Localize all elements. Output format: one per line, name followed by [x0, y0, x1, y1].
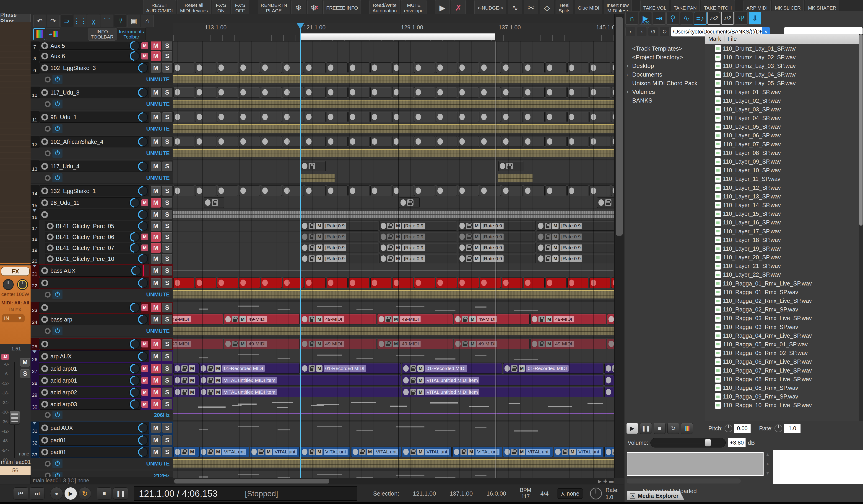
arrange-lane[interactable]: [173, 111, 614, 123]
media-item[interactable]: M[Rate:0.9: [458, 254, 536, 263]
track-number[interactable]: 33: [30, 446, 39, 458]
item-mute-button[interactable]: M: [215, 365, 221, 372]
item-lock-icon[interactable]: [181, 449, 188, 455]
mute-button[interactable]: M: [151, 364, 161, 374]
media-item[interactable]: M49-MIDI: [301, 339, 376, 349]
track-number[interactable]: 25: [30, 338, 39, 350]
file-row[interactable]: 110_Layer_06_SP.wav: [705, 131, 859, 140]
item-mute-icon[interactable]: [201, 389, 206, 395]
env-mode-button[interactable]: ⋏ none: [557, 488, 583, 499]
track-body[interactable]: pad AUX: [39, 422, 149, 434]
time-signature[interactable]: 4/4: [540, 490, 549, 497]
item-mute-icon[interactable]: [481, 280, 487, 286]
item-lock-icon[interactable]: [545, 223, 551, 229]
arrange-lane[interactable]: [173, 62, 614, 74]
media-item[interactable]: [414, 62, 435, 73]
item-mute-icon[interactable]: [459, 114, 465, 120]
item-mute-icon[interactable]: [251, 449, 257, 455]
item-mute-icon[interactable]: [459, 280, 465, 286]
item-lock-icon[interactable]: [545, 255, 551, 262]
pan-knob[interactable]: [129, 387, 140, 398]
item-mute-icon[interactable]: [197, 138, 202, 145]
track-row[interactable]: 32pad01MS: [30, 434, 173, 446]
track-row[interactable]: 1198_Udu_1MS: [30, 111, 173, 123]
item-mute-icon[interactable]: [455, 316, 461, 322]
envelope-arm-icon[interactable]: [45, 473, 51, 477]
track-row[interactable]: 25MMS: [30, 338, 173, 350]
insert-on-bar-icon[interactable]: ⇥: [653, 12, 665, 25]
envelope-row[interactable]: ⏻UNMUTE: [30, 99, 173, 110]
item-mute-icon[interactable]: [175, 114, 180, 120]
media-item[interactable]: M49-MIDI: [173, 339, 223, 349]
sidebar-item-banks[interactable]: BANKS: [624, 96, 705, 105]
arrange-lane[interactable]: [173, 209, 614, 221]
track-body[interactable]: Aux 5: [39, 42, 141, 50]
media-item[interactable]: [480, 112, 501, 122]
item-mute-icon[interactable]: [284, 188, 290, 194]
file-row[interactable]: 110_Layer_19_SP.wav: [705, 244, 859, 253]
media-item[interactable]: M[Rate:0.9: [458, 243, 536, 253]
track-number[interactable]: 27: [30, 363, 39, 375]
item-mute-icon[interactable]: [175, 377, 180, 384]
media-item[interactable]: [217, 277, 238, 288]
item-lock-icon[interactable]: [462, 341, 468, 347]
media-item[interactable]: [305, 87, 326, 98]
envelope-arm-icon[interactable]: [45, 77, 51, 82]
media-item[interactable]: [371, 185, 391, 196]
file-row[interactable]: 110_Layer_18_SP.wav: [705, 236, 859, 244]
media-item[interactable]: [349, 62, 370, 73]
media-item[interactable]: [217, 87, 238, 98]
file-row[interactable]: 110_Drumz_Lay_01_SP.wav: [705, 44, 859, 53]
media-item[interactable]: [458, 136, 479, 147]
arrange-lane[interactable]: M49-MIDIM49-MIDIM49-MIDIM49-MIDIM49-MIDI…: [173, 338, 614, 350]
item-mute-icon[interactable]: [525, 114, 530, 120]
file-row[interactable]: 110_Layer_04_SP.wav: [705, 114, 859, 122]
item-mute-icon[interactable]: [415, 114, 421, 120]
item-mute-icon[interactable]: [437, 188, 443, 194]
item-mute-icon[interactable]: [569, 89, 574, 95]
media-item[interactable]: MVITAL unt: [452, 447, 502, 457]
track-number[interactable]: 32: [30, 434, 39, 446]
pan-knob[interactable]: [131, 266, 141, 276]
mute-button[interactable]: M: [151, 375, 161, 386]
pan-knob[interactable]: [129, 302, 140, 313]
item-mute-icon[interactable]: [175, 89, 180, 95]
pan-knob[interactable]: [138, 314, 148, 325]
record-arm-button[interactable]: [41, 138, 48, 145]
item-mute-icon[interactable]: [606, 365, 611, 372]
media-item[interactable]: [589, 277, 610, 288]
file-list-scrollbar[interactable]: [859, 34, 863, 421]
media-item[interactable]: [349, 136, 370, 147]
item-lock-icon[interactable]: [309, 163, 315, 169]
item-mute-icon[interactable]: [350, 280, 355, 286]
item-mute-icon[interactable]: [218, 280, 224, 286]
item-lock-icon[interactable]: [466, 255, 472, 262]
item-lock-icon[interactable]: [605, 199, 611, 206]
pitch-knob[interactable]: [725, 425, 732, 432]
solo-button[interactable]: S: [162, 88, 172, 98]
media-item[interactable]: [261, 277, 282, 288]
folder-collapse-icon[interactable]: [33, 209, 37, 212]
item-mute-icon[interactable]: [302, 255, 308, 262]
item-lock-icon[interactable]: [410, 389, 416, 395]
file-row[interactable]: 110_Layer_12_SP.wav: [705, 183, 859, 192]
item-mute-icon[interactable]: [175, 280, 180, 286]
pan-knob[interactable]: [138, 423, 148, 433]
track-body[interactable]: 117_Udu_8: [39, 87, 149, 98]
item-mute-icon[interactable]: [197, 114, 202, 120]
envelope-row[interactable]: ⏻UNMUTE: [30, 458, 173, 469]
media-item[interactable]: M49-MIDI: [301, 314, 376, 324]
twisty-icon[interactable]: ›: [627, 72, 628, 77]
item-mute-icon[interactable]: [591, 64, 596, 71]
item-mute-icon[interactable]: [555, 449, 561, 455]
item-mute-icon[interactable]: [481, 64, 487, 71]
pan-knob[interactable]: [129, 399, 140, 410]
item-mute-icon[interactable]: [504, 449, 510, 455]
playhead[interactable]: [300, 23, 301, 478]
media-item[interactable]: M[Rate:0.9: [379, 254, 457, 263]
item-mute-icon[interactable]: [503, 89, 509, 95]
pan-knob[interactable]: [138, 254, 148, 264]
media-item[interactable]: [436, 87, 457, 98]
item-mute-button[interactable]: M: [395, 255, 401, 262]
item-mute-icon[interactable]: [613, 114, 614, 120]
